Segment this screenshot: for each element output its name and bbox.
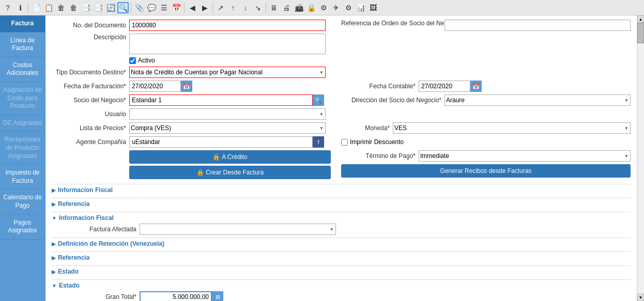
sidebar-item-factura[interactable]: Factura: [0, 15, 45, 33]
estado-2-arrow: ▼: [52, 283, 57, 289]
lock-icon[interactable]: 🔒: [305, 2, 317, 13]
socio-negocio-label: Socio del Negocio*: [52, 97, 129, 104]
fecha-facturacion-label: Fecha de Facturación*: [52, 83, 129, 90]
moneda-label: Moneda*: [341, 124, 393, 132]
gear-icon[interactable]: ⚙: [343, 2, 354, 13]
activo-checkbox-row[interactable]: Activo: [129, 57, 631, 64]
agente-label: Agente Compañía: [52, 138, 129, 146]
delete-icon[interactable]: 🗑: [55, 2, 67, 13]
sidebar-item-recepciones: Recepciones de Producto Asignadas: [0, 132, 45, 165]
fecha-facturacion-calendar-btn[interactable]: 📅: [181, 81, 192, 92]
sidebar: Factura Línea de Factura Costos Adiciona…: [0, 15, 45, 301]
monitor-icon[interactable]: 🖥: [268, 2, 280, 13]
referencia-section[interactable]: ▶ Referencia: [52, 198, 631, 210]
direccion-label: Dirección del Socio del Negocio*: [341, 97, 444, 104]
info-fiscal-2-label: Informacion Fiscal: [59, 214, 114, 221]
scrollbar: ▲ ▼: [637, 15, 644, 301]
descripcion-input[interactable]: [129, 34, 326, 54]
crear-factura-btn[interactable]: 🔒 Crear Desde Factura: [129, 166, 331, 179]
imprimir-descuento-checkbox[interactable]: [341, 139, 348, 146]
referencia2-label: Referencia: [58, 254, 89, 261]
scrollbar-up-btn[interactable]: ▲: [637, 15, 644, 23]
refresh-icon[interactable]: 🔄: [105, 2, 116, 13]
scrollbar-down-btn[interactable]: ▼: [637, 294, 644, 301]
estado-2-label: Estado: [59, 282, 80, 289]
fecha-contable-input[interactable]: [419, 81, 470, 92]
arrow-down-right-icon[interactable]: ↘: [252, 2, 264, 13]
copy-icon[interactable]: 📋: [43, 2, 54, 13]
activo-checkbox[interactable]: [129, 57, 136, 64]
sidebar-item-calendario[interactable]: Calendario de Pago: [0, 189, 45, 214]
page-icon[interactable]: 📑: [80, 2, 91, 13]
attach-icon[interactable]: 📎: [133, 2, 145, 13]
fecha-contable-label: Fecha Contable*: [341, 83, 419, 90]
moneda-select[interactable]: VES: [393, 122, 631, 134]
help-icon[interactable]: ?: [2, 2, 13, 13]
definicion-retencion-section[interactable]: ▶ Definición de Retención (Venezuela): [52, 237, 631, 249]
arrow-down-icon[interactable]: ↓: [240, 2, 251, 13]
info-fiscal-section-2[interactable]: ▼ Informacion Fiscal: [52, 212, 631, 224]
referencia-label: Referencia: [58, 200, 89, 208]
lista-precios-select[interactable]: Compra (VES): [129, 122, 326, 134]
new-icon[interactable]: 📄: [30, 2, 42, 13]
a-credito-btn[interactable]: 🔒 A Crédito: [129, 150, 331, 164]
send-icon[interactable]: ✈: [330, 2, 342, 13]
sidebar-item-linea-factura[interactable]: Línea de Factura: [0, 33, 45, 57]
fecha-facturacion-input[interactable]: [129, 81, 181, 92]
definicion-retencion-label: Definición de Retención (Venezuela): [58, 240, 164, 247]
socio-negocio-search-btn[interactable]: 🔍: [313, 94, 324, 106]
sidebar-item-costos[interactable]: Costos Adicionales: [0, 57, 45, 82]
agente-input[interactable]: [129, 136, 313, 148]
referencia2-section[interactable]: ▶ Referencia: [52, 251, 631, 263]
calendar-icon[interactable]: 📅: [171, 2, 182, 13]
estado-section-2[interactable]: ▼ Estado: [52, 279, 631, 291]
info-fiscal-1-arrow: ▶: [52, 187, 56, 193]
info-fiscal-1-label: Informacion Fiscal: [58, 186, 113, 194]
info-fiscal-section-1[interactable]: ▶ Informacion Fiscal: [52, 184, 631, 196]
chart-icon[interactable]: 📊: [355, 2, 366, 13]
tipo-doc-label: Tipo Documento Destino*: [52, 69, 129, 76]
delete2-icon[interactable]: 🗑: [68, 2, 79, 13]
page2-icon[interactable]: 📑: [93, 2, 104, 13]
imprimir-descuento-row[interactable]: Imprimir Descuento: [341, 138, 404, 146]
info-icon[interactable]: ℹ: [14, 2, 26, 13]
lista-precios-label: Lista de Precios*: [52, 124, 129, 132]
gran-total-calc-btn[interactable]: ⊞: [212, 291, 223, 301]
tipo-doc-select[interactable]: Nota de Crédito de Cuentas por Pagar Nac…: [129, 67, 326, 78]
estado-1-arrow: ▶: [52, 269, 56, 275]
arrow-up-right-icon[interactable]: ↗: [215, 2, 226, 13]
definicion-retencion-arrow: ▶: [52, 241, 56, 247]
scrollbar-track: [637, 23, 644, 294]
usuario-select[interactable]: [129, 108, 326, 120]
termino-pago-select[interactable]: Immediate: [419, 150, 631, 162]
factura-afectada-select[interactable]: [140, 224, 336, 235]
factura-afectada-label: Factura Afectada: [62, 226, 140, 233]
arrow-up-icon[interactable]: ↑: [227, 2, 239, 13]
scrollbar-thumb[interactable]: [637, 23, 644, 43]
back-icon[interactable]: ◀: [187, 2, 198, 13]
fax-icon[interactable]: 📠: [293, 2, 304, 13]
gran-total-input[interactable]: [140, 291, 212, 301]
sidebar-item-impuesto[interactable]: Impuesto de Factura: [0, 165, 45, 189]
direccion-select[interactable]: Araure: [444, 94, 631, 106]
agente-fb-btn[interactable]: f: [313, 136, 324, 148]
print-icon[interactable]: 🖨: [281, 2, 292, 13]
sidebar-item-oc: OC Asignadas: [0, 115, 45, 132]
gran-total-label: Gran Total*: [62, 293, 140, 300]
settings-icon[interactable]: ⚙: [318, 2, 329, 13]
socio-negocio-input[interactable]: [129, 94, 313, 106]
fecha-contable-calendar-btn[interactable]: 📅: [470, 81, 482, 92]
imprimir-descuento-label: Imprimir Descuento: [350, 138, 404, 146]
search-icon[interactable]: 🔍: [117, 2, 129, 13]
doc-number-input[interactable]: [129, 20, 326, 31]
chat-icon[interactable]: 💬: [146, 2, 157, 13]
estado-section-1[interactable]: ▶ Estado: [52, 265, 631, 277]
sidebar-item-pagos[interactable]: Pagos Asignados: [0, 215, 45, 240]
forward-icon[interactable]: ▶: [199, 2, 210, 13]
sidebar-item-asignacion: Asignación de Costo para Producto: [0, 82, 45, 115]
list-icon[interactable]: ☰: [158, 2, 170, 13]
image-icon[interactable]: 🖼: [367, 2, 379, 13]
generar-recibos-btn[interactable]: Generar Recibos desde Facturas: [341, 164, 631, 178]
referencia2-arrow: ▶: [52, 255, 56, 261]
referencia-input[interactable]: [444, 20, 631, 31]
